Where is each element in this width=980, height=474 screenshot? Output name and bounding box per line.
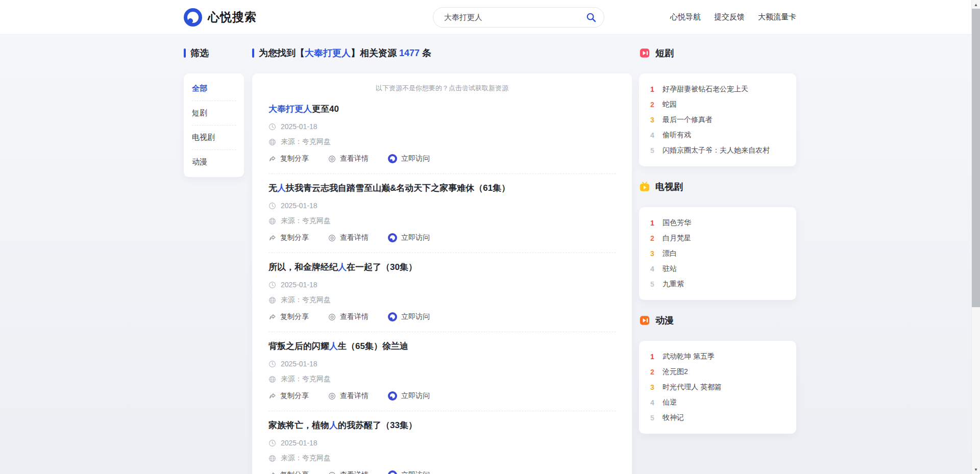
view-detail-button[interactable]: 查看详情 [328,470,369,474]
quark-circle-notch [390,238,393,241]
scrollbar-down-arrow[interactable]: ▼ [972,465,980,473]
visit-button[interactable]: 立即访问 [388,154,430,163]
rank-number: 4 [648,265,656,273]
copy-share-button[interactable]: 复制分享 [268,154,309,163]
visit-label: 立即访问 [401,233,430,242]
rank-item[interactable]: 4仙逆 [648,395,787,410]
rank-item[interactable]: 3漂白 [648,246,787,261]
scrollbar[interactable]: ▲ ▼ [971,0,980,474]
filter-item[interactable]: 动漫 [192,150,236,174]
rank-item[interactable]: 1武动乾坤 第五季 [648,349,787,364]
rank-list: 1国色芳华2白月梵星3漂白4驻站5九重紫 [648,215,787,292]
rank-item[interactable]: 4驻站 [648,261,787,277]
filter-item[interactable]: 电视剧 [192,126,236,150]
nav-link-feedback[interactable]: 提交反馈 [714,12,745,22]
copy-share-label: 复制分享 [280,312,309,321]
rank-number: 1 [648,353,656,361]
result-date-row: 2025-01-18 [268,360,616,368]
result-title[interactable]: 大奉打更人更至40 [268,103,616,115]
result-source-row: 来源：夸克网盘 [268,295,616,305]
filter-item[interactable]: 全部 [192,77,236,101]
scrollbar-up-arrow[interactable]: ▲ [972,1,980,9]
result-title[interactable]: 背叛之后的闪耀人生（65集）徐兰迪 [268,340,616,353]
quark-circle-icon [388,312,397,321]
page: { "page": { "accent": "#2b52d9", "backgr… [0,0,980,474]
result-title-highlight: 人 [329,341,338,351]
top-header: 心悦搜索 心悦导航 提交反馈 大额流量卡 [0,0,980,35]
rank-item[interactable]: 3时光代理人 英都篇 [648,380,787,395]
result-date: 2025-01-18 [281,360,317,368]
visit-button[interactable]: 立即访问 [388,391,430,401]
rank-item[interactable]: 5闪婚京圈太子爷：夫人她来自农村 [648,143,787,158]
rank-column: 短剧 1好孕甜妻被钻石老公宠上天2蛇园3最后一个修真者4偷听有戏5闪婚京圈太子爷… [639,47,796,434]
brand-name: 心悦搜索 [208,9,257,25]
copy-share-label: 复制分享 [280,154,309,163]
copy-share-button[interactable]: 复制分享 [268,470,309,474]
visit-button[interactable]: 立即访问 [388,312,430,321]
copy-share-button[interactable]: 复制分享 [268,391,309,401]
result-title-text: 背叛之后的闪耀 [268,341,329,351]
result-date: 2025-01-18 [281,439,317,447]
rank-item[interactable]: 1国色芳华 [648,215,787,231]
nav-link-data-plan[interactable]: 大额流量卡 [758,12,796,22]
results-heading-middle: 】相关资源 [351,48,399,58]
share-icon [268,234,276,242]
view-detail-button[interactable]: 查看详情 [328,312,369,321]
results-card: 以下资源不是你想要的？点击尝试获取新资源 大奉打更人更至40 2025-01-1… [252,73,632,474]
rank-item-label: 驻站 [663,264,677,273]
rank-header: 短剧 [639,47,796,59]
share-icon [268,155,276,163]
rank-item[interactable]: 2蛇园 [648,97,787,112]
copy-share-label: 复制分享 [280,391,309,401]
search-input[interactable] [443,13,584,22]
result-source-row: 来源：夸克网盘 [268,216,616,226]
rank-item[interactable]: 5九重紫 [648,277,787,292]
result-title[interactable]: 无人扶我青云志我自踏雪至山巅&名动天下之家事难休（61集） [268,182,616,194]
rank-item[interactable]: 3最后一个修真者 [648,112,787,128]
visit-button[interactable]: 立即访问 [388,233,430,242]
rank-section: 短剧 1好孕甜妻被钻石老公宠上天2蛇园3最后一个修真者4偷听有戏5闪婚京圈太子爷… [639,47,796,166]
rank-item[interactable]: 1好孕甜妻被钻石老公宠上天 [648,82,787,97]
result-title[interactable]: 所以，和金牌经纪人在一起了（30集） [268,261,616,273]
rank-item[interactable]: 2白月梵星 [648,231,787,246]
copy-share-label: 复制分享 [280,470,309,474]
rank-item-label: 蛇园 [663,100,677,109]
view-detail-button[interactable]: 查看详情 [328,233,369,242]
results-count: 1477 [399,48,420,58]
result-title-text: 更至40 [312,104,339,114]
copy-share-button[interactable]: 复制分享 [268,233,309,242]
scrollbar-thumb[interactable] [972,9,980,307]
view-detail-label: 查看详情 [340,312,369,321]
rank-item[interactable]: 4偷听有戏 [648,128,787,143]
rank-item-label: 白月梵星 [663,234,691,243]
rank-item-label: 仙逆 [663,398,677,407]
globe-icon [268,455,276,462]
rank-header: 动漫 [639,314,796,327]
visit-button[interactable]: 立即访问 [388,470,430,474]
filter-item[interactable]: 短剧 [192,101,236,126]
clock-icon [268,202,276,210]
brand-logo[interactable]: 心悦搜索 [184,0,257,34]
refresh-notice[interactable]: 以下资源不是你想要的？点击尝试获取新资源 [268,84,616,93]
view-detail-button[interactable]: 查看详情 [328,154,369,163]
eye-icon [328,392,336,400]
rank-item[interactable]: 5牧神记 [648,410,787,426]
search-button[interactable] [584,11,598,24]
copy-share-button[interactable]: 复制分享 [268,312,309,321]
rank-title: 动漫 [655,314,674,327]
result-title[interactable]: 家族将亡，植物人的我苏醒了（33集） [268,419,616,432]
share-icon [268,471,276,474]
view-detail-button[interactable]: 查看详情 [328,391,369,401]
results-header: 为您找到【大奉打更人】相关资源 1477 条 [252,47,632,59]
rank-item[interactable]: 2沧元图2 [648,364,787,380]
rank-item-label: 好孕甜妻被钻石老公宠上天 [663,85,748,94]
nav-link-navigation[interactable]: 心悦导航 [670,12,701,22]
logo-notch-shape [188,18,193,23]
visit-label: 立即访问 [401,470,430,474]
result-source-row: 来源：夸克网盘 [268,137,616,146]
rank-item-label: 武动乾坤 第五季 [663,352,715,361]
rank-number: 4 [648,398,656,407]
result-title-text: 生（65集）徐兰迪 [338,341,408,351]
rank-list: 1武动乾坤 第五季2沧元图23时光代理人 英都篇4仙逆5牧神记 [648,349,787,426]
accent-bar [184,48,186,58]
